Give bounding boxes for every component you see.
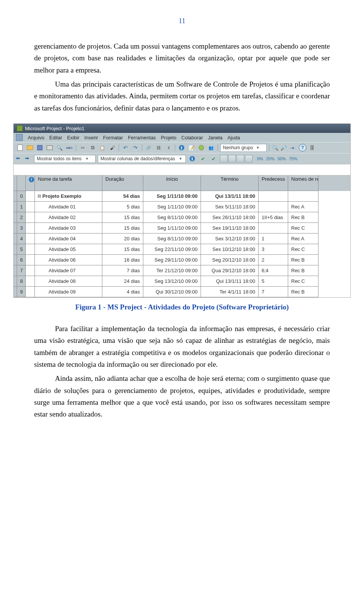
col-end[interactable]: Término xyxy=(201,175,259,191)
summary-row[interactable]: 0 ⊟Projeto Exemplo 54 dias Seg 1/11/10 0… xyxy=(14,191,350,202)
task-row[interactable]: 8Atividade 0824 diasSeg 13/12/10 09:00Qu… xyxy=(14,276,350,287)
task-end[interactable]: Sex 10/12/10 18:00 xyxy=(201,244,259,255)
info-icon[interactable] xyxy=(188,155,196,163)
col-duration[interactable]: Duração xyxy=(102,175,143,191)
pct-75[interactable]: 75% xyxy=(289,156,297,161)
task-res[interactable]: Rec C xyxy=(288,223,318,234)
filter-cols-dropdown[interactable]: Mostrar colunas de dados/diferenças ▼ xyxy=(98,155,186,163)
task-row[interactable]: 6Atividade 0616 diasSeg 29/11/10 09:00Se… xyxy=(14,255,350,265)
menu-editar[interactable]: Editar xyxy=(49,135,62,140)
task-end[interactable]: Sex 19/11/10 18:00 xyxy=(201,223,259,234)
task-res[interactable]: Rec C xyxy=(288,244,318,255)
summary-pred[interactable] xyxy=(259,191,288,202)
task-end[interactable]: Sex 3/12/10 18:00 xyxy=(201,234,259,244)
help-icon[interactable]: ? xyxy=(299,144,306,151)
task-duration[interactable]: 24 dias xyxy=(102,276,143,287)
link-tasks-icon[interactable] xyxy=(144,144,153,152)
task-duration[interactable]: 15 dias xyxy=(102,223,143,234)
task-res[interactable]: Rec B xyxy=(288,212,318,223)
task-end[interactable]: Qui 13/1/11 18:00 xyxy=(201,276,259,287)
task-start[interactable]: Seg 1/11/10 09:00 xyxy=(143,223,201,234)
task-pred[interactable]: 5 xyxy=(259,276,288,287)
summary-duration[interactable]: 54 dias xyxy=(102,191,143,202)
preview-icon[interactable]: 🔍 xyxy=(55,144,64,152)
zoom-out-icon[interactable]: 🔍 xyxy=(271,144,279,151)
cut-icon[interactable] xyxy=(78,144,87,152)
menu-exibir[interactable]: Exibir xyxy=(67,135,80,140)
menu-formatar[interactable]: Formatar xyxy=(103,135,123,140)
gantt-view-icon[interactable] xyxy=(220,155,228,163)
col-name[interactable]: Nome da tarefa xyxy=(35,175,102,191)
task-pred[interactable]: 1II+5 dias xyxy=(259,212,288,223)
menu-inserir[interactable]: Inserir xyxy=(85,135,98,140)
split-task-icon[interactable] xyxy=(164,144,173,152)
new-icon[interactable] xyxy=(16,144,24,152)
copy-icon[interactable] xyxy=(88,144,97,152)
menu-arquivo[interactable]: Arquivo xyxy=(28,135,44,140)
task-pred[interactable]: 3 xyxy=(259,244,288,255)
redo-icon[interactable] xyxy=(131,144,140,152)
task-row[interactable]: 9Atividade 094 diasQui 30/12/10 09:00Ter… xyxy=(14,287,350,297)
task-res[interactable]: Rec A xyxy=(288,202,318,212)
task-name[interactable]: Atividade 09 xyxy=(35,287,102,297)
goto-task-icon[interactable]: ⇥ xyxy=(288,144,296,151)
status-icon[interactable]: ✔ xyxy=(209,155,218,163)
unlink-tasks-icon[interactable] xyxy=(154,144,163,152)
task-name[interactable]: Atividade 02 xyxy=(35,212,102,223)
summary-end[interactable]: Qui 13/1/11 18:00 xyxy=(201,191,259,202)
filter-items-dropdown[interactable]: Mostrar todos os itens ▼ xyxy=(34,155,96,163)
col-start[interactable]: Início xyxy=(143,175,201,191)
task-row[interactable]: 4Atividade 0420 diasSeg 8/11/10 09:00Sex… xyxy=(14,234,350,244)
task-pred[interactable]: 7 xyxy=(259,287,288,297)
network-view-icon[interactable] xyxy=(237,155,244,163)
task-duration[interactable]: 4 dias xyxy=(102,287,143,297)
menu-janela[interactable]: Janela xyxy=(208,135,222,140)
zoom-in-icon[interactable]: 🔎 xyxy=(280,144,287,151)
pct-0[interactable]: 0% xyxy=(257,156,263,161)
pct-25[interactable]: 25% xyxy=(266,156,275,161)
publish-icon[interactable] xyxy=(207,144,215,152)
task-res[interactable]: Rec B xyxy=(288,255,318,265)
task-name[interactable]: Atividade 08 xyxy=(35,276,102,287)
task-start[interactable]: Seg 13/12/10 09:00 xyxy=(143,276,201,287)
task-end[interactable]: Seg 20/12/10 18:00 xyxy=(201,255,259,265)
task-name[interactable]: Atividade 04 xyxy=(35,234,102,244)
assign-resources-icon[interactable] xyxy=(197,144,206,152)
task-start[interactable]: Seg 8/11/10 09:00 xyxy=(143,234,201,244)
task-row[interactable]: 5Atividade 0515 diasSeg 22/11/10 09:00Se… xyxy=(14,244,350,255)
task-start[interactable]: Seg 22/11/10 09:00 xyxy=(143,244,201,255)
col-predecessors[interactable]: Predecess xyxy=(259,175,288,191)
menu-colaborar[interactable]: Colaborar xyxy=(181,135,203,140)
task-duration[interactable]: 20 dias xyxy=(102,234,143,244)
pct-50[interactable]: 50% xyxy=(278,156,286,161)
save-icon[interactable] xyxy=(36,144,44,152)
open-icon[interactable] xyxy=(26,144,34,152)
task-row[interactable]: 1Atividade 015 diasSeg 1/11/10 09:00Sex … xyxy=(14,202,350,212)
servers-icon[interactable]: 🗄 xyxy=(308,144,316,152)
task-res[interactable]: Rec B xyxy=(288,265,318,276)
task-start[interactable]: Seg 29/11/10 09:00 xyxy=(143,255,201,265)
task-end[interactable]: Sex 5/11/10 18:00 xyxy=(201,202,259,212)
task-info-icon[interactable] xyxy=(177,144,186,152)
task-start[interactable]: Ter 21/12/10 09:00 xyxy=(143,265,201,276)
task-name[interactable]: Atividade 05 xyxy=(35,244,102,255)
task-end[interactable]: Ter 4/1/11 18:00 xyxy=(201,287,259,297)
menu-ajuda[interactable]: Ajuda xyxy=(228,135,240,140)
task-res[interactable]: Rec B xyxy=(288,287,318,297)
task-name[interactable]: Atividade 06 xyxy=(35,255,102,265)
note-icon[interactable]: 📝 xyxy=(187,144,196,152)
summary-res[interactable] xyxy=(288,191,318,202)
summary-name[interactable]: ⊟Projeto Exemplo xyxy=(35,191,102,202)
task-name[interactable]: Atividade 03 xyxy=(35,223,102,234)
task-row[interactable]: 7Atividade 077 diasTer 21/12/10 09:00Qua… xyxy=(14,265,350,276)
task-res[interactable]: Rec C xyxy=(288,276,318,287)
task-start[interactable]: Seg 1/11/10 09:00 xyxy=(143,202,201,212)
task-duration[interactable]: 15 dias xyxy=(102,212,143,223)
task-duration[interactable]: 7 dias xyxy=(102,265,143,276)
paste-icon[interactable] xyxy=(98,144,107,152)
task-pred[interactable]: 2 xyxy=(259,255,288,265)
task-pred[interactable]: 1 xyxy=(259,234,288,244)
task-duration[interactable]: 16 dias xyxy=(102,255,143,265)
menu-ferramentas[interactable]: Ferramentas xyxy=(128,135,156,140)
formula-bar[interactable] xyxy=(14,164,350,175)
